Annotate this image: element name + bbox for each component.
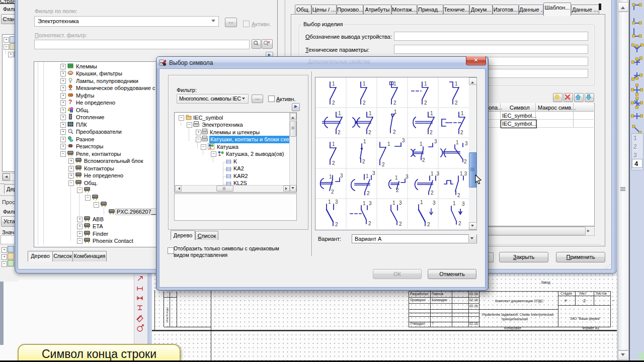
svg-text:2: 2 <box>363 100 366 106</box>
svg-text:Управление задвижкой. Схема э: Управление задвижкой. Схема электрическа… <box>481 313 553 317</box>
svg-text:1: 1 <box>363 201 366 206</box>
svg-text:2: 2 <box>368 221 371 226</box>
svg-text:3: 3 <box>369 201 372 206</box>
svg-text:1: 1 <box>392 200 395 206</box>
svg-text:Проверил: Проверил <box>410 298 426 302</box>
svg-text:1: 1 <box>329 174 332 179</box>
svg-text:2: 2 <box>457 193 460 198</box>
svg-text:2: 2 <box>458 221 461 226</box>
svg-text:1: 1 <box>332 81 335 86</box>
svg-text:2: 2 <box>396 188 399 193</box>
svg-text:3: 3 <box>406 174 409 179</box>
svg-text:2: 2 <box>368 130 371 135</box>
svg-text:1: 1 <box>332 141 335 147</box>
svg-text:2: 2 <box>430 130 433 135</box>
svg-text:2: 2 <box>431 190 434 196</box>
svg-text:2: 2 <box>331 189 334 195</box>
svg-text:3: 3 <box>335 199 338 205</box>
svg-text:2: 2 <box>455 100 458 106</box>
svg-text:2: 2 <box>393 100 396 106</box>
svg-text:2: 2 <box>424 100 427 106</box>
svg-text:2: 2 <box>362 159 365 164</box>
svg-text:3: 3 <box>399 200 402 206</box>
svg-text:1: 1 <box>393 81 396 86</box>
svg-text:3: 3 <box>464 171 467 176</box>
svg-text:3: 3 <box>462 201 465 207</box>
svg-text:1: 1 <box>460 171 463 176</box>
svg-text:1: 1 <box>363 139 366 144</box>
svg-text:2: 2 <box>367 191 370 196</box>
svg-text:Баландин: Баландин <box>432 298 447 302</box>
svg-text:1: 1 <box>420 141 423 147</box>
svg-text:1: 1 <box>456 140 459 145</box>
svg-text:1: 1 <box>431 171 434 176</box>
svg-text:3: 3 <box>340 173 343 178</box>
svg-text:2: 2 <box>460 130 463 135</box>
svg-text:1: 1 <box>394 109 397 115</box>
svg-text:1: 1 <box>387 141 390 147</box>
svg-text:Комплект документации СПДС: Комплект документации СПДС <box>495 299 543 303</box>
svg-text:Р: Р <box>565 299 567 303</box>
svg-text:1: 1 <box>363 81 366 86</box>
svg-text:ЗАО "Ваша фирма": ЗАО "Ваша фирма" <box>570 317 601 321</box>
svg-text:2: 2 <box>427 222 430 227</box>
svg-text:1: 1 <box>366 173 369 179</box>
svg-text:2: 2 <box>332 160 335 166</box>
svg-text:1: 1 <box>338 111 341 116</box>
svg-text:2: 2 <box>393 129 396 135</box>
svg-text:Утвердил: Утвердил <box>410 322 425 326</box>
svg-text:Стадия: Стадия <box>560 292 572 296</box>
svg-text:1: 1 <box>461 111 464 116</box>
svg-text:Формат А3: Формат А3 <box>582 326 599 330</box>
svg-text:Лист: Лист <box>579 292 587 295</box>
svg-text:Копировал: Копировал <box>504 326 521 330</box>
svg-text:Завод: Завод <box>541 281 550 285</box>
svg-text:<: < <box>613 299 615 302</box>
svg-text:1: 1 <box>328 199 331 205</box>
svg-text:3: 3 <box>437 171 440 176</box>
svg-text:Разработал: Разработал <box>410 292 428 296</box>
svg-text:2: 2 <box>583 298 586 303</box>
svg-text:2: 2 <box>335 222 338 227</box>
svg-text:2: 2 <box>382 162 385 167</box>
svg-text:1: 1 <box>453 201 456 206</box>
svg-text:2: 2 <box>338 130 341 135</box>
svg-text:02.16: 02.16 <box>469 298 478 302</box>
svg-text:02.16: 02.16 <box>469 322 478 325</box>
svg-text:1: 1 <box>420 200 423 205</box>
svg-text:3: 3 <box>433 200 436 206</box>
svg-text:3: 3 <box>372 170 375 176</box>
svg-text:1: 1 <box>395 175 398 180</box>
svg-text:Листов: Листов <box>596 292 607 295</box>
svg-text:02.16: 02.16 <box>469 304 478 308</box>
svg-text:2: 2 <box>332 100 335 106</box>
svg-text:3: 3 <box>434 139 437 144</box>
svg-text:Инв.N подл.: Инв.N подл. <box>166 306 169 322</box>
svg-text:3: 3 <box>465 141 468 146</box>
svg-text:?: ? <box>432 322 434 325</box>
svg-text:1: 1 <box>455 81 458 86</box>
svg-text:1: 1 <box>424 81 427 86</box>
svg-text:3: 3 <box>402 138 405 143</box>
svg-text:02.16: 02.16 <box>469 292 478 296</box>
svg-text:2: 2 <box>464 159 467 164</box>
svg-text:Павлов: Павлов <box>432 292 444 296</box>
svg-text:2: 2 <box>399 221 402 227</box>
svg-text:2: 2 <box>422 157 425 163</box>
svg-text:1: 1 <box>430 111 433 116</box>
svg-text:принципиальная: принципиальная <box>502 317 528 321</box>
svg-text:1: 1 <box>369 111 372 116</box>
